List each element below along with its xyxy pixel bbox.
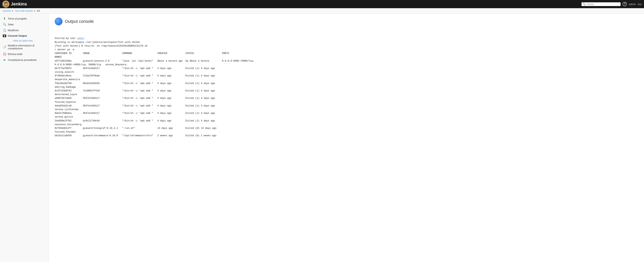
sidebar-item-torna[interactable]: ⬆ Torna al progetto <box>0 15 48 21</box>
sidebar-label-console: Console Output <box>8 34 27 37</box>
sidebar-label-modifiche: Modifiche <box>8 29 19 32</box>
search-icon: 🔍 <box>583 3 586 6</box>
console-line: e9774361590a gianarb/jenkins:2.0 "java -… <box>55 59 638 63</box>
console-line: determined_noyce <box>55 93 638 97</box>
console-line: f3bc05a92fd9 9be91d3d5e5b "/bin/sh -c 'a… <box>55 82 638 85</box>
breadcrumb-project[interactable]: Test with docker <box>15 9 33 12</box>
console-line: 8de417686dea 3647ec9e6117 "/bin/sh -c 'a… <box>55 112 638 115</box>
sidebar-item-modifiche[interactable]: 📋 Modifiche <box>0 27 48 33</box>
console-line: focused_feynman <box>55 130 638 134</box>
breadcrumb-jenkins[interactable]: Jenkins <box>2 9 11 12</box>
console-line: b615e11a0450 gianarb/chromeware:0.10.0 "… <box>55 134 638 138</box>
sidebar-label-modifica-info: Modifica informazioni di compilazione <box>8 44 46 50</box>
console-line: serene_golick <box>55 115 638 119</box>
console-line: CONTAINER ID IMAGE COMMAND CREATED STATU… <box>55 52 638 55</box>
user-label: admin <box>629 3 636 6</box>
sidebar-item-stato[interactable]: 🔍 Stato <box>0 21 48 27</box>
console-line: 027849db14f7 gianarb/telegraf:0.10.4.1 "… <box>55 127 638 130</box>
torna-icon: ⬆ <box>3 17 6 20</box>
header: 🤵 Jenkins 🔍 ? admin esc <box>0 0 644 8</box>
modifica-info-icon: 📝 <box>3 45 6 49</box>
admin-link[interactable]: admin <box>77 37 84 40</box>
jenkins-logo-text: Jenkins <box>11 1 27 7</box>
sidebar-label-torna: Torna al progetto <box>8 17 27 20</box>
elimina-icon: 🚫 <box>3 52 6 56</box>
console-line: serene_lichterman <box>55 108 638 112</box>
console-line: + docker ps -a <box>55 48 638 52</box>
console-line: 07495bec9b1e f13aa70f4bab "/bin/sh -c 'a… <box>55 74 638 78</box>
help-button[interactable]: ? <box>622 2 627 6</box>
breadcrumb-sep-1: ▶ <box>12 10 14 12</box>
sidebar-label-precedente: Compilazione precedente <box>8 58 36 61</box>
search-box[interactable]: 🔍 <box>582 2 620 6</box>
console-icon: ▮ <box>3 34 6 37</box>
console-line: adoring_babbage <box>55 85 638 89</box>
sidebar-item-console[interactable]: ▮ Console Output <box>0 33 48 38</box>
sidebar-item-elimina[interactable]: 🚫 Elimina build <box>0 51 48 57</box>
console-line: 6c5f233b9f42 7e10091fffe8 "/bin/sh -c 'a… <box>55 89 638 93</box>
console-line: 0.0.0.0:8080->8080/tcp, 50000/tcp serene… <box>55 63 638 67</box>
page-title: Output console <box>65 19 94 24</box>
page-header: Output console <box>55 17 638 25</box>
sidebar-item-view-plain[interactable]: View as plain text <box>0 38 48 43</box>
breadcrumb-build: #4 <box>37 9 40 12</box>
console-line: a8967b67abb8 3647ec9e6117 "/bin/sh -c 'a… <box>55 97 638 100</box>
sidebar-label-elimina: Elimina build <box>8 53 22 56</box>
console-output-icon <box>55 17 62 25</box>
console-line: loving_leavitt <box>55 70 638 74</box>
breadcrumb-sep-2: ▶ <box>34 10 36 12</box>
console-line: Started by user admin <box>55 37 638 40</box>
sidebar-label-stato: Stato <box>8 23 14 26</box>
sidebar-item-precedente[interactable]: ⬅ Compilazione precedente <box>0 57 48 63</box>
sidebar-label-view-plain: View as plain text <box>13 39 32 42</box>
console-output: Started by user adminBuilding in workspa… <box>55 29 638 138</box>
console-line: bb7175ef88f2 3647ec9e6117 "/bin/sh -c 'a… <box>55 67 638 70</box>
console-line: focused_hypatia <box>55 100 638 104</box>
header-logo: 🤵 Jenkins <box>2 0 27 7</box>
console-line: desperate_mahavira <box>55 78 638 82</box>
jenkins-logo-icon: 🤵 <box>2 0 9 7</box>
console-line: NAMES <box>55 55 638 59</box>
search-input[interactable] <box>586 3 620 6</box>
stato-icon: 🔍 <box>3 23 6 26</box>
modifiche-icon: 📋 <box>3 28 6 32</box>
sidebar: ⬆ Torna al progetto 🔍 Stato 📋 Modifiche … <box>0 14 49 262</box>
main-content: Output console Started by user adminBuil… <box>49 14 644 262</box>
console-line: nauseous_heisenberg <box>55 123 638 127</box>
sidebar-item-modifica-info[interactable]: 📝 Modifica informazioni di compilazione <box>0 43 48 51</box>
console-line: 34a500e2ff82 bc0c21749c04 "/bin/sh -c 'a… <box>55 119 638 123</box>
console-line: Building in workspace /var/jenkins/works… <box>55 40 638 44</box>
precedente-icon: ⬅ <box>3 58 6 62</box>
logout-label[interactable]: esc <box>638 3 642 6</box>
console-line: [Test with docker] $ /bin/sh -xe /tmp/hu… <box>55 44 638 48</box>
layout: ⬆ Torna al progetto 🔍 Stato 📋 Modifiche … <box>0 14 644 262</box>
breadcrumb: Jenkins ▶ Test with docker ▶ #4 <box>0 8 644 14</box>
console-line: 4eba83ab2ca0 3647ec9e6117 "/bin/sh -c 'a… <box>55 104 638 108</box>
